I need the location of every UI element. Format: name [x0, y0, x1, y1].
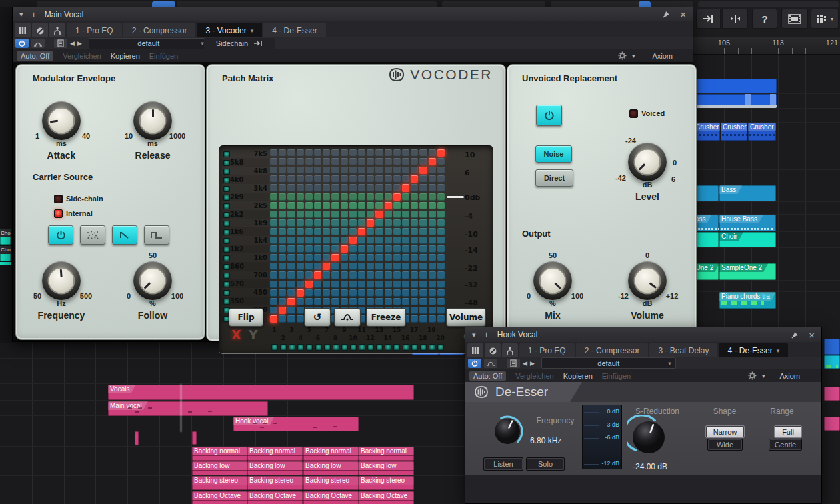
audio-clip-crusher[interactable]: Crusher — [748, 123, 776, 141]
matrix-x-label[interactable]: X — [231, 327, 241, 342]
matrix-cell-active[interactable] — [429, 158, 436, 165]
matrix-cell[interactable] — [305, 271, 313, 279]
matrix-cell[interactable] — [367, 175, 374, 183]
matrix-cell[interactable] — [411, 219, 418, 227]
matrix-cell[interactable] — [375, 289, 383, 297]
matrix-cell[interactable] — [358, 298, 365, 305]
matrix-cell[interactable] — [393, 211, 401, 218]
matrix-cell-active[interactable] — [331, 254, 339, 261]
channel-strip-icon[interactable] — [467, 343, 483, 358]
matrix-cell[interactable] — [349, 298, 357, 305]
matrix-cell[interactable] — [297, 298, 304, 305]
matrix-cell[interactable] — [385, 175, 392, 183]
matrix-cell[interactable] — [411, 307, 418, 314]
matrix-cell[interactable] — [419, 228, 427, 235]
matrix-cell[interactable] — [367, 202, 374, 209]
matrix-cell[interactable] — [270, 245, 277, 253]
matrix-cell[interactable] — [367, 167, 374, 174]
shape-narrow-button[interactable]: Narrow — [705, 425, 745, 438]
matrix-cell[interactable] — [429, 175, 436, 183]
close-icon[interactable]: × — [809, 329, 815, 341]
routing-icon[interactable] — [502, 343, 518, 358]
help-button[interactable]: ? — [752, 9, 777, 29]
matrix-cell[interactable] — [437, 184, 445, 191]
matrix-cell[interactable] — [385, 237, 392, 244]
matrix-cell[interactable] — [287, 167, 295, 174]
matrix-cell[interactable] — [349, 263, 357, 270]
matrix-cell[interactable] — [349, 202, 357, 209]
matrix-cell[interactable] — [341, 263, 348, 270]
matrix-cell[interactable] — [402, 167, 409, 174]
matrix-cell[interactable] — [323, 237, 330, 244]
matrix-cell[interactable] — [305, 193, 313, 201]
matrix-cell[interactable] — [358, 158, 365, 165]
audio-clip[interactable] — [135, 431, 139, 445]
matrix-cell[interactable] — [367, 149, 374, 157]
tab-2-compressor[interactable]: 2 - Compressor — [123, 23, 196, 39]
matrix-cell-active[interactable] — [297, 289, 304, 297]
matrix-cell[interactable] — [341, 219, 348, 227]
smooth-button[interactable] — [334, 308, 361, 327]
matrix-cell[interactable] — [331, 158, 339, 165]
matrix-cell[interactable] — [419, 202, 427, 209]
matrix-cell[interactable] — [411, 254, 418, 261]
matrix-cell[interactable] — [375, 175, 383, 183]
matrix-cell[interactable] — [323, 167, 330, 174]
matrix-cell[interactable] — [323, 298, 330, 305]
matrix-cell[interactable] — [437, 289, 445, 297]
matrix-cell[interactable] — [297, 237, 304, 244]
range-gentle-button[interactable]: Gentle — [769, 439, 802, 451]
matrix-cell[interactable] — [385, 289, 392, 297]
column-enable-led[interactable] — [385, 344, 391, 351]
matrix-cell[interactable] — [367, 245, 374, 253]
matrix-cell[interactable] — [429, 315, 436, 323]
column-enable-led[interactable] — [403, 344, 409, 351]
matrix-cell[interactable] — [402, 175, 409, 183]
matrix-cell[interactable] — [393, 202, 401, 209]
matrix-cell[interactable] — [279, 315, 286, 323]
matrix-cell-active[interactable] — [367, 219, 374, 227]
column-enable-led[interactable] — [411, 344, 418, 351]
matrix-cell[interactable] — [270, 149, 277, 157]
band-enable-led[interactable] — [223, 247, 230, 253]
matrix-cell[interactable] — [287, 281, 295, 288]
sidechain-led[interactable] — [54, 195, 63, 203]
preset-select[interactable]: default ▾ — [89, 38, 209, 49]
matrix-cell[interactable] — [437, 263, 445, 270]
matrix-cell[interactable] — [437, 271, 445, 279]
matrix-cell[interactable] — [419, 237, 427, 244]
matrix-cell[interactable] — [375, 228, 383, 235]
bypass-all-icon[interactable] — [485, 343, 501, 358]
playhead[interactable] — [181, 384, 181, 432]
matrix-cell[interactable] — [367, 211, 374, 218]
matrix-cell-active[interactable] — [323, 263, 330, 270]
matrix-cell[interactable] — [385, 219, 392, 227]
matrix-cell[interactable] — [270, 281, 277, 288]
matrix-cell[interactable] — [375, 149, 383, 157]
matrix-cell[interactable] — [279, 184, 286, 191]
audio-clip[interactable] — [693, 94, 777, 108]
matrix-cell[interactable] — [287, 315, 295, 323]
range-full-button[interactable]: Full — [774, 425, 802, 438]
column-enable-led[interactable] — [297, 344, 304, 351]
matrix-cell[interactable] — [349, 158, 357, 165]
matrix-cell[interactable] — [402, 237, 409, 244]
preset-select[interactable]: default ▾ — [541, 357, 676, 369]
next-preset-icon[interactable]: ▶ — [77, 40, 82, 47]
matrix-cell[interactable] — [287, 289, 295, 297]
matrix-cell[interactable] — [323, 193, 330, 201]
matrix-cell[interactable] — [270, 237, 277, 244]
gear-icon[interactable] — [748, 371, 757, 380]
matrix-cell[interactable] — [375, 202, 383, 209]
prev-preset-icon[interactable]: ◀ — [70, 40, 75, 47]
matrix-cell[interactable] — [419, 289, 427, 297]
preset-file-icon[interactable] — [54, 39, 67, 48]
matrix-cell[interactable] — [393, 298, 401, 305]
matrix-cell[interactable] — [314, 228, 321, 235]
matrix-cell[interactable] — [358, 184, 365, 191]
matrix-cell[interactable] — [419, 245, 427, 253]
matrix-cell-active[interactable] — [287, 298, 295, 305]
matrix-cell[interactable] — [419, 184, 427, 191]
matrix-cell[interactable] — [393, 158, 401, 165]
matrix-cell[interactable] — [341, 228, 348, 235]
